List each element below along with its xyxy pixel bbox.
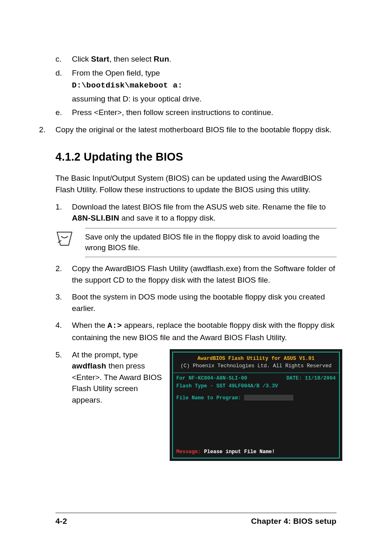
bios-filename-input[interactable] (244, 395, 293, 401)
text-segment: assuming that D: is your optical drive. (72, 93, 337, 105)
bios-flash-type: Flash Type - SST 49LF004A/B /3.3V (176, 382, 336, 390)
bios-message-row: Message: Please input File Name! (176, 448, 275, 456)
step-e: e. Press <Enter>, then follow screen ins… (55, 107, 337, 118)
step-marker: 3. (55, 291, 62, 303)
run-label: Run (154, 55, 169, 63)
bios-board: For NF-KC804-A8N-SLI-00 (176, 375, 247, 381)
step-3: 3. Boot the system in DOS mode using the… (55, 291, 337, 314)
step-marker: 4. (55, 320, 62, 331)
bios-prompt-row: File Name to Program: (176, 394, 336, 402)
note-box: Save only the updated BIOS file in the f… (55, 228, 337, 258)
prompt-label: A:> (108, 321, 122, 330)
text-segment: Press <Enter>, then follow screen instru… (72, 108, 273, 117)
text-segment: . (169, 55, 171, 63)
text-segment: Click (72, 55, 91, 63)
note-text: Save only the updated BIOS file in the f… (85, 228, 337, 258)
text-segment: Boot the system in DOS mode using the bo… (72, 292, 325, 313)
chapter-title: Chapter 4: BIOS setup (251, 516, 337, 527)
text-segment: Download the latest BIOS file from the A… (72, 203, 326, 211)
step-marker: 2. (39, 124, 46, 136)
step-5: 5. At the prompt, type awdflash then pre… (55, 349, 337, 461)
step-d: d. From the Open field, type D:\bootdisk… (55, 67, 337, 105)
text-segment: Copy the AwardBIOS Flash Utility (awdfla… (72, 264, 335, 284)
bios-copyright: (C) Phoenix Technologies Ltd. All Rights… (176, 362, 336, 370)
bios-title: AwardBIOS Flash Utility for ASUS V1.01 (176, 355, 336, 363)
step-marker: 2. (55, 263, 62, 274)
step-4: 4. When the A:> appears, replace the boo… (55, 320, 337, 343)
text-segment: When the (72, 321, 108, 329)
bios-message-text: Please input File Name! (204, 449, 275, 455)
step-2-top: 2. Copy the original or the latest mothe… (39, 124, 337, 136)
page-content: c. Click Start, then select Run. d. From… (55, 53, 337, 461)
bios-board-line: For NF-KC804-A8N-SLI-00 DATE: 11/18/2004 (176, 375, 336, 382)
bios-message-label: Message: (176, 449, 201, 455)
step-1: 1. Download the latest BIOS file from th… (55, 201, 337, 224)
step-marker: 5. (55, 349, 62, 361)
note-icon (55, 230, 74, 247)
text-segment: and save it to a floppy disk. (119, 214, 215, 222)
text-segment: , then select (109, 55, 154, 63)
page-number: 4-2 (55, 516, 67, 527)
step-marker: 1. (55, 201, 62, 213)
bios-screenshot: AwardBIOS Flash Utility for ASUS V1.01 (… (170, 349, 342, 461)
bios-date: 11/18/2004 (305, 375, 336, 381)
command-label: awdflash (72, 362, 106, 370)
bios-date-label: DATE: (286, 375, 302, 381)
section-heading: 4.1.2 Updating the BIOS (55, 149, 337, 165)
step-marker: e. (55, 107, 62, 118)
command-text: D:\bootdisk\makeboot a: (72, 80, 337, 92)
page-footer: 4-2 Chapter 4: BIOS setup (55, 513, 337, 527)
start-label: Start (91, 55, 109, 63)
bios-prompt-label: File Name to Program: (176, 395, 241, 401)
step-2: 2. Copy the AwardBIOS Flash Utility (awd… (55, 263, 337, 286)
filename-label: A8N-SLI.BIN (72, 214, 119, 222)
step-c: c. Click Start, then select Run. (55, 53, 337, 65)
text-segment: From the Open field, type (72, 69, 160, 77)
intro-paragraph: The Basic Input/Output System (BIOS) can… (55, 173, 337, 195)
step-marker: d. (55, 67, 62, 79)
step-marker: c. (55, 53, 62, 65)
text-segment: Copy the original or the latest motherbo… (55, 125, 332, 134)
text-segment: At the prompt, type (72, 350, 138, 359)
